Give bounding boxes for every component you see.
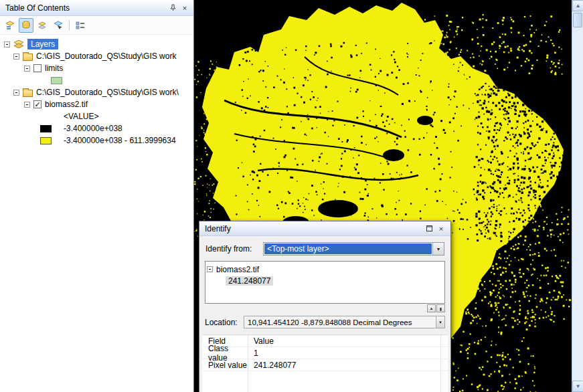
tree-mini-buttons: ▲ ▮ xyxy=(199,304,445,312)
result-layer-node[interactable]: biomass2.tif xyxy=(207,264,443,275)
identify-window: Identify × Identify from: <Top-most laye… xyxy=(199,221,451,392)
identify-titlebar[interactable]: Identify × xyxy=(199,221,450,236)
toc-title: Table Of Contents xyxy=(5,3,167,13)
collapse-icon[interactable] xyxy=(13,54,19,60)
folder-icon xyxy=(23,90,33,97)
list-by-drawing-order-icon[interactable] xyxy=(3,18,17,33)
layers-label[interactable]: Layers xyxy=(27,39,58,50)
collapse-icon[interactable] xyxy=(24,102,30,108)
tree-node-group1[interactable]: C:\GIS_Doutorado_QS\Study\GIS work xyxy=(0,50,193,62)
chevron-down-icon[interactable]: ▼ xyxy=(432,243,444,255)
layers-group-icon xyxy=(13,39,24,49)
scrollbar-thumb[interactable] xyxy=(573,13,582,27)
limits-checkbox[interactable] xyxy=(33,64,41,72)
group1-label[interactable]: C:\GIS_Doutorado_QS\Study\GIS work xyxy=(36,52,176,61)
location-label: Location: xyxy=(205,318,244,327)
table-of-contents-panel: Table Of Contents × xyxy=(0,0,194,392)
layer-select-combobox[interactable]: <Top-most layer> ▼ xyxy=(263,242,444,256)
list-by-selection-icon[interactable] xyxy=(51,18,66,33)
cell-field: Pixel value xyxy=(202,361,248,370)
collapse-icon[interactable] xyxy=(24,66,30,72)
location-row: Location: 10,941.454120 -8,879.848088 De… xyxy=(205,316,445,328)
identify-from-label: Identify from: xyxy=(205,244,263,254)
value-header-label: <VALUE> xyxy=(64,112,98,121)
tree-node-limits[interactable]: limits xyxy=(0,62,193,74)
tree-node-biomass[interactable]: ✓ biomass2.tif xyxy=(0,98,193,110)
attributes-table: Field Value Class value 1 Pixel value 24… xyxy=(202,334,448,392)
limits-symbol-row[interactable] xyxy=(0,74,193,86)
collapse-icon[interactable] xyxy=(207,266,213,272)
header-value: Value xyxy=(248,336,448,346)
location-value-field[interactable]: 10,941.454120 -8,879.848088 Decimal Degr… xyxy=(244,316,436,328)
flash-feature-button[interactable]: ▮ xyxy=(436,304,445,312)
arrow-down-icon[interactable]: ▼ xyxy=(572,381,583,392)
tree-node-group2[interactable]: C:\GIS_Doutorado_QS\Study\GIS work\ xyxy=(0,86,193,98)
cell-value: 241.248077 xyxy=(248,361,448,370)
pin-icon[interactable] xyxy=(167,2,179,14)
maximize-icon[interactable] xyxy=(423,223,435,235)
class-range-label: -3.400000e+038 - 611.3999634 xyxy=(64,136,176,145)
arrow-up-icon[interactable]: ▲ xyxy=(572,0,583,11)
toc-titlebar: Table Of Contents × xyxy=(0,0,193,16)
class-nodata-row[interactable]: -3.400000e+038 xyxy=(0,122,193,134)
close-icon[interactable]: × xyxy=(179,2,191,14)
identify-from-row: Identify from: <Top-most layer> ▼ xyxy=(205,242,444,256)
class-range-swatch[interactable] xyxy=(40,137,52,144)
list-by-visibility-icon[interactable] xyxy=(35,18,50,33)
tree-node-layers[interactable]: Layers xyxy=(0,38,193,50)
folder-icon xyxy=(23,54,33,61)
table-row[interactable]: Pixel value 241.248077 xyxy=(202,359,448,371)
list-by-source-icon[interactable] xyxy=(19,18,33,33)
class-range-row[interactable]: -3.400000e+038 - 611.3999634 xyxy=(0,134,193,146)
toolbar-separator xyxy=(69,20,70,31)
biomass-label[interactable]: biomass2.tif xyxy=(45,100,88,109)
map-vertical-scrollbar[interactable]: ▲ ▼ xyxy=(572,0,583,392)
result-layer-label[interactable]: biomass2.tif xyxy=(216,265,259,274)
result-value-label[interactable]: 241.248077 xyxy=(226,276,273,286)
identify-results-tree[interactable]: biomass2.tif 241.248077 xyxy=(205,261,445,304)
collapse-icon[interactable] xyxy=(4,41,10,47)
biomass-checkbox[interactable]: ✓ xyxy=(33,100,41,108)
group2-label[interactable]: C:\GIS_Doutorado_QS\Study\GIS work\ xyxy=(36,88,179,97)
cell-value: 1 xyxy=(248,349,448,358)
toc-toolbar xyxy=(0,16,193,35)
result-value-node[interactable]: 241.248077 xyxy=(207,275,443,286)
limits-symbol-swatch[interactable] xyxy=(51,77,62,84)
class-nodata-swatch[interactable] xyxy=(40,125,52,132)
collapse-results-button[interactable]: ▲ xyxy=(427,304,436,312)
layer-select-value[interactable]: <Top-most layer> xyxy=(264,243,432,254)
value-header-row: <VALUE> xyxy=(0,110,193,122)
options-icon[interactable] xyxy=(73,18,88,33)
limits-label[interactable]: limits xyxy=(45,64,63,73)
location-units-dropdown-icon[interactable]: ▼ xyxy=(436,316,445,328)
collapse-icon[interactable] xyxy=(13,90,19,96)
toc-layer-tree: Layers C:\GIS_Doutorado_QS\Study\GIS wor… xyxy=(0,35,193,146)
close-icon[interactable]: × xyxy=(435,223,447,235)
identify-title: Identify xyxy=(205,224,423,233)
class-nodata-label: -3.400000e+038 xyxy=(64,124,122,133)
arcmap-window: ▲ ▼ Table Of Contents × xyxy=(0,0,583,392)
table-row[interactable]: Class value 1 xyxy=(202,347,448,359)
